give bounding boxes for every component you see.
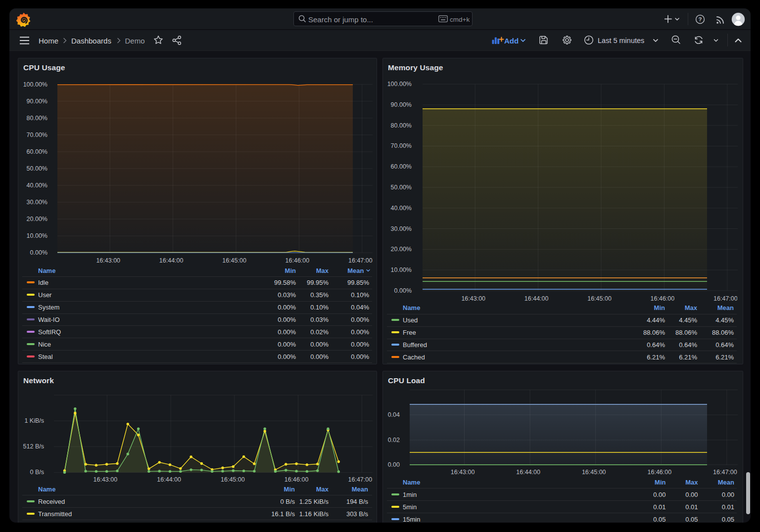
svg-text:?: ? (698, 16, 702, 22)
